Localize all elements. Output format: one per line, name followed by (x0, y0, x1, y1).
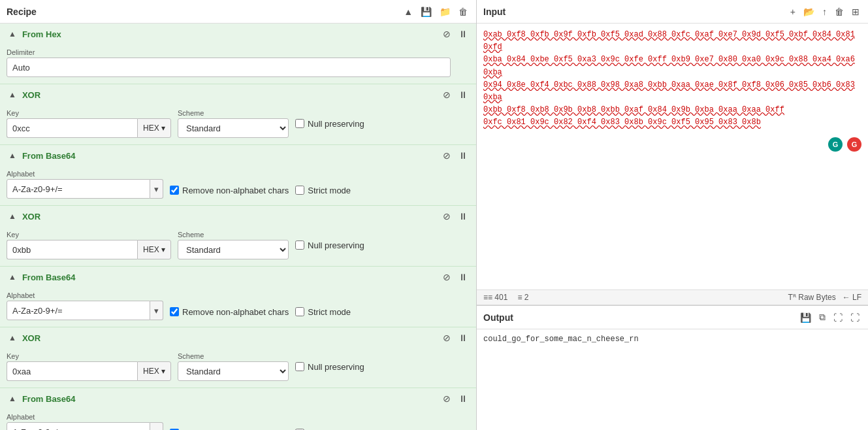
grammarly-teal-button[interactable]: G (828, 137, 843, 152)
xor-scheme-select-2[interactable]: Standard (178, 240, 289, 259)
input-header-icons: + 📂 ↑ 🗑 ⊞ (788, 5, 861, 18)
xor-block-1: ▲ XOR ⊘ ⏸ Key HEX ▾ Scheme (0, 84, 476, 145)
xor-label-3: XOR (22, 333, 40, 343)
xor-null-preserving-3[interactable]: Null preserving (295, 362, 364, 372)
from-base64-block-1: ▲ From Base64 ⊘ ⏸ Alphabet ▾ Remo (0, 145, 476, 206)
xor-collapse-2[interactable]: ▲ (7, 210, 18, 222)
xor-scheme-label-2: Scheme (178, 231, 289, 239)
xor-scheme-label-1: Scheme (178, 109, 289, 117)
xor-key-type-1[interactable]: HEX ▾ (137, 118, 171, 138)
hex-text: 0xab 0xf8 0xfb 0x9f 0xfb 0xf5 0xad 0x88 … (483, 30, 855, 52)
xor-null-preserving-checkbox-2[interactable] (295, 240, 304, 250)
xor-disable-3[interactable]: ⊘ (441, 331, 453, 344)
xor-header-2: ▲ XOR ⊘ ⏸ (0, 206, 476, 227)
from-base64-strict-checkbox-1[interactable] (295, 186, 304, 195)
recipe-save-button[interactable]: 💾 (419, 5, 434, 18)
from-hex-collapse-1[interactable]: ▲ (7, 28, 18, 40)
xor-key-type-2[interactable]: HEX ▾ (137, 240, 171, 259)
output-content: could_go_for_some_mac_n_cheese_rn (477, 329, 868, 430)
xor-label-2: XOR (22, 212, 40, 222)
grammarly-row: G G (483, 132, 861, 152)
from-base64-alphabet-input-1[interactable] (7, 179, 150, 199)
from-base64-alphabet-dropdown-1[interactable]: ▾ (150, 179, 163, 199)
from-base64-alphabet-dropdown-3[interactable]: ▾ (150, 422, 163, 430)
from-base64-header-1: ▲ From Base64 ⊘ ⏸ (0, 145, 476, 166)
from-base64-form-row-1: Alphabet ▾ Remove non-alphabet chars Str… (7, 170, 470, 199)
xor-form-row-1: Key HEX ▾ Scheme Standard Null preservin… (7, 109, 470, 138)
xor-scheme-select-3[interactable]: Standard (178, 361, 289, 381)
input-hex-content[interactable]: 0xab 0xf8 0xfb 0x9f 0xfb 0xf5 0xad 0x88 … (477, 24, 868, 289)
status-right: Tᴿ Raw Bytes ← LF (788, 293, 861, 302)
input-open-button[interactable]: 📂 (801, 5, 816, 18)
recipe-trash-button[interactable]: 🗑 (457, 5, 470, 18)
from-base64-body-1: Alphabet ▾ Remove non-alphabet chars Str… (0, 166, 476, 205)
from-base64-remove-checkbox-1[interactable] (170, 186, 179, 195)
hex-text-4: 0xbb 0xf8 0xb8 0x9b 0xb8 0xbb 0xaf 0x84 … (483, 105, 784, 114)
from-base64-alphabet-input-2[interactable] (7, 301, 150, 320)
xor-header-left-3: ▲ XOR (7, 332, 40, 344)
output-expand-button[interactable]: ⛶ (831, 311, 844, 324)
from-base64-header-2: ▲ From Base64 ⊘ ⏸ (0, 267, 476, 288)
xor-null-preserving-1[interactable]: Null preserving (295, 119, 364, 129)
xor-block-2: ▲ XOR ⊘ ⏸ Key HEX ▾ Scheme (0, 206, 476, 267)
right-panel: Input + 📂 ↑ 🗑 ⊞ 0xab 0xf8 0xfb 0x9f 0xfb… (477, 0, 868, 430)
xor-key-input-3[interactable] (7, 361, 137, 381)
hex-text-2: 0xba 0x84 0xbe 0xf5 0xa3 0x9c 0xfe 0xff … (483, 55, 855, 76)
xor-disable-2[interactable]: ⊘ (441, 210, 453, 223)
xor-scheme-select-1[interactable]: Standard (178, 118, 289, 138)
xor-pause-3[interactable]: ⏸ (457, 331, 470, 344)
output-copy-button[interactable]: ⧉ (817, 310, 828, 324)
xor-pause-1[interactable]: ⏸ (457, 88, 470, 101)
xor-pause-2[interactable]: ⏸ (457, 210, 470, 223)
xor-body-3: Key HEX ▾ Scheme Standard Null preservin… (0, 348, 476, 388)
xor-key-type-3[interactable]: HEX ▾ (137, 361, 171, 381)
xor-key-input-1[interactable] (7, 118, 137, 138)
recipe-collapse-button[interactable]: ▲ (402, 5, 415, 18)
recipe-header: Recipe ▲ 💾 📁 🗑 (0, 0, 476, 24)
delimiter-input-1[interactable] (7, 58, 451, 77)
from-base64-pause-2[interactable]: ⏸ (457, 271, 470, 284)
xor-label-1: XOR (22, 90, 40, 100)
from-base64-header-icons-3: ⊘ ⏸ (441, 392, 470, 405)
xor-key-label-1: Key (7, 109, 171, 117)
from-base64-strict-2[interactable]: Strict mode (295, 307, 351, 317)
from-base64-remove-2[interactable]: Remove non-alphabet chars (170, 307, 289, 317)
xor-disable-1[interactable]: ⊘ (441, 88, 453, 101)
xor-collapse-3[interactable]: ▲ (7, 332, 18, 344)
from-base64-alphabet-input-group-3: ▾ (7, 422, 163, 430)
input-upload-button[interactable]: ↑ (820, 5, 829, 18)
from-base64-alphabet-input-group-1: ▾ (7, 179, 163, 199)
input-grid-button[interactable]: ⊞ (850, 5, 861, 18)
xor-null-preserving-2[interactable]: Null preserving (295, 240, 364, 250)
from-base64-remove-1[interactable]: Remove non-alphabet chars (170, 186, 289, 195)
from-base64-strict-1[interactable]: Strict mode (295, 186, 351, 195)
input-trash-button[interactable]: 🗑 (833, 5, 846, 18)
from-hex-trash-1[interactable]: ⏸ (457, 27, 470, 41)
from-base64-collapse-3[interactable]: ▲ (7, 393, 18, 405)
delimiter-label-1: Delimiter (7, 48, 470, 56)
xor-null-preserving-checkbox-1[interactable] (295, 119, 304, 128)
from-base64-pause-3[interactable]: ⏸ (457, 392, 470, 405)
from-base64-pause-1[interactable]: ⏸ (457, 149, 470, 162)
output-save-button[interactable]: 💾 (798, 311, 813, 324)
output-fullscreen-button[interactable]: ⛶ (848, 311, 861, 324)
from-base64-alphabet-input-3[interactable] (7, 422, 150, 430)
input-add-button[interactable]: + (788, 5, 797, 18)
from-hex-disable-1[interactable]: ⊘ (441, 27, 453, 41)
xor-key-group-1: Key HEX ▾ (7, 109, 171, 138)
grammarly-red-button[interactable]: G (847, 137, 861, 152)
xor-key-input-2[interactable] (7, 240, 137, 259)
from-base64-disable-1[interactable]: ⊘ (441, 149, 453, 162)
xor-null-preserving-checkbox-3[interactable] (295, 362, 304, 371)
xor-collapse-1[interactable]: ▲ (7, 89, 18, 101)
from-base64-collapse-2[interactable]: ▲ (7, 271, 18, 283)
from-base64-remove-checkbox-2[interactable] (170, 307, 179, 316)
from-base64-collapse-1[interactable]: ▲ (7, 150, 18, 161)
from-base64-disable-2[interactable]: ⊘ (441, 271, 453, 284)
from-base64-disable-3[interactable]: ⊘ (441, 392, 453, 405)
output-text: could_go_for_some_mac_n_cheese_rn (483, 335, 639, 344)
from-base64-strict-checkbox-2[interactable] (295, 307, 304, 316)
from-base64-alphabet-dropdown-2[interactable]: ▾ (150, 301, 163, 320)
recipe-open-folder-button[interactable]: 📁 (438, 5, 453, 18)
from-base64-header-left-2: ▲ From Base64 (7, 271, 76, 283)
